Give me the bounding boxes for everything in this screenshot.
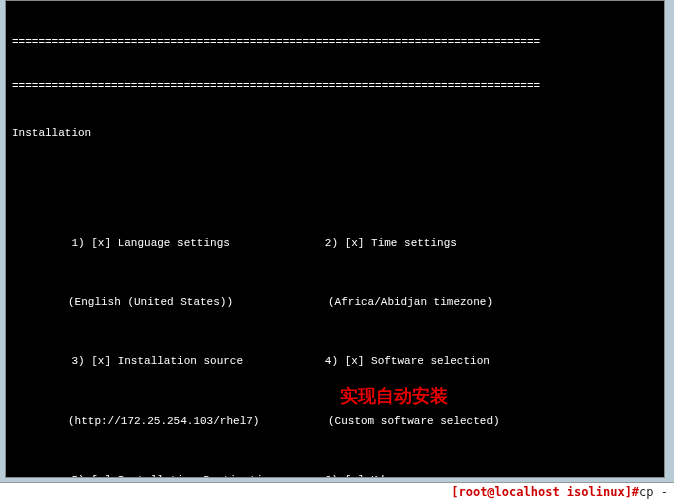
menu-label: Time settings — [371, 237, 457, 249]
menu-mark: [x] — [345, 237, 365, 249]
top-divider: ========================================… — [12, 35, 658, 50]
menu-sub: (Custom software selected) — [272, 414, 500, 429]
menu-row: 3) [x] Installation source 4) [x] Softwa… — [12, 340, 658, 385]
menu-row-sub: (http://172.25.254.103/rhel7) (Custom so… — [12, 414, 658, 429]
menu-num: 4) — [325, 355, 338, 367]
menu-mark: [x] — [91, 237, 111, 249]
shell-command: cp - — [639, 485, 668, 499]
host-terminal-bar: [root@localhost isolinux]# cp - — [0, 482, 674, 500]
installation-menu: 1) [x] Language settings 2) [x] Time set… — [12, 191, 658, 478]
menu-num: 5) — [71, 474, 84, 478]
menu-label: Software selection — [371, 355, 490, 367]
menu-sub: (Africa/Abidjan timezone) — [272, 295, 493, 310]
menu-label: Installation source — [118, 355, 243, 367]
terminal-window: ========================================… — [5, 0, 665, 478]
menu-label: Language settings — [118, 237, 230, 249]
menu-num: 2) — [325, 237, 338, 249]
menu-mark: [x] — [345, 474, 365, 478]
menu-num: 6) — [325, 474, 338, 478]
menu-row: 1) [x] Language settings 2) [x] Time set… — [12, 221, 658, 266]
top-divider-2: ========================================… — [12, 79, 658, 94]
annotation-label: 实现自动安装 — [340, 384, 448, 408]
menu-sub: (http://172.25.254.103/rhel7) — [12, 414, 272, 429]
menu-num: 1) — [71, 237, 84, 249]
menu-mark: [x] — [91, 474, 111, 478]
installation-title: Installation — [12, 126, 658, 141]
menu-label: Kdump — [371, 474, 404, 478]
menu-mark: [x] — [91, 355, 111, 367]
menu-sub: (English (United States)) — [12, 295, 272, 310]
menu-label: Installation Destination — [118, 474, 276, 478]
menu-row: 5) [x] Installation Destination 6) [x] K… — [12, 458, 658, 478]
menu-num: 3) — [71, 355, 84, 367]
shell-prompt: [root@localhost isolinux]# — [451, 485, 639, 499]
menu-row-sub: (English (United States)) (Africa/Abidja… — [12, 295, 658, 310]
menu-mark: [x] — [345, 355, 365, 367]
